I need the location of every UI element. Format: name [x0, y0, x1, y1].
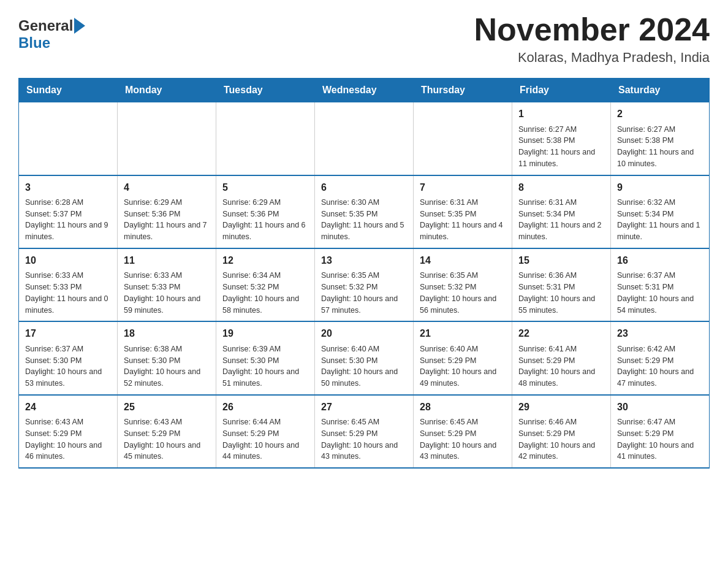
day-info: Sunrise: 6:35 AMSunset: 5:32 PMDaylight:… [321, 270, 407, 316]
svg-marker-0 [74, 18, 85, 34]
column-header-sunday: Sunday [19, 79, 118, 102]
day-number: 1 [518, 107, 604, 121]
day-info: Sunrise: 6:34 AMSunset: 5:32 PMDaylight:… [222, 270, 308, 316]
day-number: 30 [617, 400, 703, 414]
day-number: 4 [124, 181, 210, 194]
day-info: Sunrise: 6:47 AMSunset: 5:29 PMDaylight:… [617, 416, 703, 462]
day-info: Sunrise: 6:33 AMSunset: 5:33 PMDaylight:… [25, 270, 111, 316]
day-info: Sunrise: 6:30 AMSunset: 5:35 PMDaylight:… [321, 197, 407, 243]
calendar-week-row: 24Sunrise: 6:43 AMSunset: 5:29 PMDayligh… [19, 395, 710, 468]
column-header-saturday: Saturday [611, 79, 710, 102]
calendar-cell: 3Sunrise: 6:28 AMSunset: 5:37 PMDaylight… [19, 175, 118, 248]
calendar-week-row: 3Sunrise: 6:28 AMSunset: 5:37 PMDaylight… [19, 175, 710, 248]
day-info: Sunrise: 6:37 AMSunset: 5:31 PMDaylight:… [617, 270, 703, 316]
day-number: 20 [321, 327, 407, 340]
day-info: Sunrise: 6:29 AMSunset: 5:36 PMDaylight:… [222, 197, 308, 243]
day-info: Sunrise: 6:45 AMSunset: 5:29 PMDaylight:… [321, 416, 407, 462]
day-info: Sunrise: 6:37 AMSunset: 5:30 PMDaylight:… [25, 343, 111, 389]
day-number: 8 [518, 181, 604, 194]
calendar-cell: 19Sunrise: 6:39 AMSunset: 5:30 PMDayligh… [216, 321, 315, 394]
day-number: 13 [321, 254, 407, 267]
calendar-cell: 4Sunrise: 6:29 AMSunset: 5:36 PMDaylight… [118, 175, 216, 248]
day-number: 29 [518, 400, 604, 414]
day-number: 12 [222, 254, 308, 267]
day-info: Sunrise: 6:27 AMSunset: 5:38 PMDaylight:… [518, 124, 604, 170]
logo-blue-text: Blue [18, 34, 50, 51]
calendar-table: SundayMondayTuesdayWednesdayThursdayFrid… [18, 78, 710, 469]
day-info: Sunrise: 6:42 AMSunset: 5:29 PMDaylight:… [617, 343, 703, 389]
page-subtitle: Kolaras, Madhya Pradesh, India [474, 50, 710, 66]
logo-general-text: General [18, 17, 73, 34]
calendar-cell: 1Sunrise: 6:27 AMSunset: 5:38 PMDaylight… [512, 102, 611, 175]
calendar-cell [414, 102, 512, 175]
calendar-cell: 7Sunrise: 6:31 AMSunset: 5:35 PMDaylight… [414, 175, 512, 248]
calendar-cell: 8Sunrise: 6:31 AMSunset: 5:34 PMDaylight… [512, 175, 611, 248]
calendar-week-row: 1Sunrise: 6:27 AMSunset: 5:38 PMDaylight… [19, 102, 710, 175]
day-info: Sunrise: 6:44 AMSunset: 5:29 PMDaylight:… [222, 416, 308, 462]
day-info: Sunrise: 6:33 AMSunset: 5:33 PMDaylight:… [124, 270, 210, 316]
logo: General Blue [18, 17, 90, 52]
logo-arrow-icon [74, 18, 90, 34]
column-header-friday: Friday [512, 79, 611, 102]
day-info: Sunrise: 6:29 AMSunset: 5:36 PMDaylight:… [124, 197, 210, 243]
day-info: Sunrise: 6:31 AMSunset: 5:34 PMDaylight:… [518, 197, 604, 243]
column-header-wednesday: Wednesday [315, 79, 414, 102]
day-number: 15 [518, 254, 604, 267]
day-number: 2 [617, 107, 703, 121]
page-title: November 2024 [474, 12, 710, 47]
calendar-cell: 10Sunrise: 6:33 AMSunset: 5:33 PMDayligh… [19, 248, 118, 321]
calendar-cell: 5Sunrise: 6:29 AMSunset: 5:36 PMDaylight… [216, 175, 315, 248]
day-info: Sunrise: 6:32 AMSunset: 5:34 PMDaylight:… [617, 197, 703, 243]
calendar-cell: 27Sunrise: 6:45 AMSunset: 5:29 PMDayligh… [315, 395, 414, 468]
column-header-thursday: Thursday [414, 79, 512, 102]
calendar-cell: 29Sunrise: 6:46 AMSunset: 5:29 PMDayligh… [512, 395, 611, 468]
day-number: 5 [222, 181, 308, 194]
day-info: Sunrise: 6:35 AMSunset: 5:32 PMDaylight:… [420, 270, 506, 316]
calendar-cell: 9Sunrise: 6:32 AMSunset: 5:34 PMDaylight… [611, 175, 710, 248]
calendar-cell [216, 102, 315, 175]
day-number: 6 [321, 181, 407, 194]
day-info: Sunrise: 6:40 AMSunset: 5:29 PMDaylight:… [420, 343, 506, 389]
day-number: 10 [25, 254, 111, 267]
calendar-cell: 24Sunrise: 6:43 AMSunset: 5:29 PMDayligh… [19, 395, 118, 468]
calendar-cell: 30Sunrise: 6:47 AMSunset: 5:29 PMDayligh… [611, 395, 710, 468]
day-info: Sunrise: 6:38 AMSunset: 5:30 PMDaylight:… [124, 343, 210, 389]
day-number: 24 [25, 400, 111, 414]
day-number: 14 [420, 254, 506, 267]
calendar-cell [19, 102, 118, 175]
day-info: Sunrise: 6:27 AMSunset: 5:38 PMDaylight:… [617, 124, 703, 170]
calendar-header-row: SundayMondayTuesdayWednesdayThursdayFrid… [19, 79, 710, 102]
day-info: Sunrise: 6:41 AMSunset: 5:29 PMDaylight:… [518, 343, 604, 389]
title-section: November 2024 Kolaras, Madhya Pradesh, I… [474, 12, 710, 66]
day-number: 17 [25, 327, 111, 340]
column-header-monday: Monday [118, 79, 216, 102]
calendar-week-row: 10Sunrise: 6:33 AMSunset: 5:33 PMDayligh… [19, 248, 710, 321]
day-info: Sunrise: 6:46 AMSunset: 5:29 PMDaylight:… [518, 416, 604, 462]
calendar-cell: 14Sunrise: 6:35 AMSunset: 5:32 PMDayligh… [414, 248, 512, 321]
day-number: 16 [617, 254, 703, 267]
calendar-cell: 21Sunrise: 6:40 AMSunset: 5:29 PMDayligh… [414, 321, 512, 394]
day-number: 22 [518, 327, 604, 340]
calendar-cell: 12Sunrise: 6:34 AMSunset: 5:32 PMDayligh… [216, 248, 315, 321]
day-info: Sunrise: 6:40 AMSunset: 5:30 PMDaylight:… [321, 343, 407, 389]
calendar-cell: 26Sunrise: 6:44 AMSunset: 5:29 PMDayligh… [216, 395, 315, 468]
calendar-cell [315, 102, 414, 175]
column-header-tuesday: Tuesday [216, 79, 315, 102]
calendar-cell: 23Sunrise: 6:42 AMSunset: 5:29 PMDayligh… [611, 321, 710, 394]
calendar-week-row: 17Sunrise: 6:37 AMSunset: 5:30 PMDayligh… [19, 321, 710, 394]
page-header: General Blue November 2024 Kolaras, Madh… [18, 12, 710, 66]
calendar-cell: 2Sunrise: 6:27 AMSunset: 5:38 PMDaylight… [611, 102, 710, 175]
day-info: Sunrise: 6:43 AMSunset: 5:29 PMDaylight:… [124, 416, 210, 462]
day-number: 28 [420, 400, 506, 414]
calendar-cell: 25Sunrise: 6:43 AMSunset: 5:29 PMDayligh… [118, 395, 216, 468]
day-number: 7 [420, 181, 506, 194]
day-number: 9 [617, 181, 703, 194]
day-info: Sunrise: 6:28 AMSunset: 5:37 PMDaylight:… [25, 197, 111, 243]
calendar-cell: 22Sunrise: 6:41 AMSunset: 5:29 PMDayligh… [512, 321, 611, 394]
calendar-cell: 28Sunrise: 6:45 AMSunset: 5:29 PMDayligh… [414, 395, 512, 468]
day-info: Sunrise: 6:39 AMSunset: 5:30 PMDaylight:… [222, 343, 308, 389]
day-info: Sunrise: 6:31 AMSunset: 5:35 PMDaylight:… [420, 197, 506, 243]
calendar-cell: 6Sunrise: 6:30 AMSunset: 5:35 PMDaylight… [315, 175, 414, 248]
day-number: 27 [321, 400, 407, 414]
calendar-cell: 11Sunrise: 6:33 AMSunset: 5:33 PMDayligh… [118, 248, 216, 321]
